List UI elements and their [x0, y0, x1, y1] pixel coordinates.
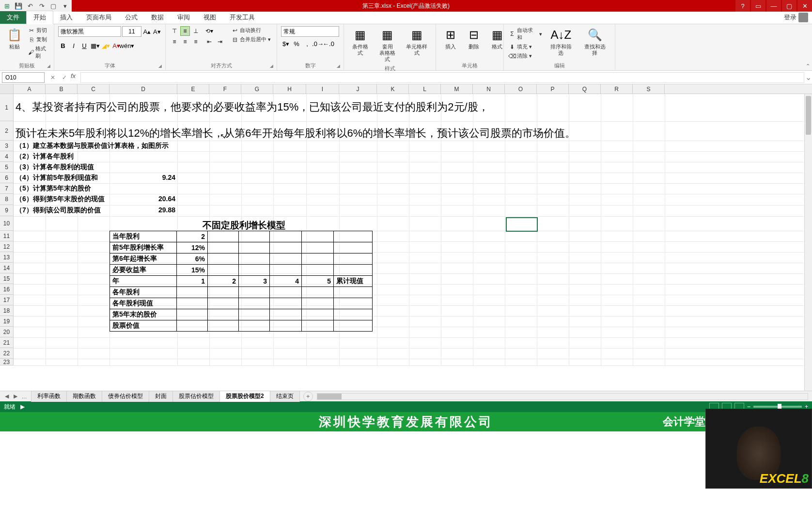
table-cell[interactable] — [270, 298, 302, 309]
align-left-icon[interactable]: ≡ — [170, 37, 179, 47]
italic-button[interactable]: I — [69, 41, 78, 50]
tab-review[interactable]: 审阅 — [171, 11, 197, 24]
login-link[interactable]: 登录 — [784, 13, 808, 22]
save-icon[interactable]: 💾 — [15, 2, 22, 10]
enter-fx-icon[interactable]: ✓ — [59, 72, 70, 83]
table-cell[interactable] — [270, 309, 302, 320]
table-cell[interactable]: 前5年股利增长率 — [110, 242, 177, 254]
dec-decimal-icon[interactable]: ←.0 — [324, 39, 333, 48]
table-cell[interactable]: 2 — [177, 231, 208, 242]
table-cell[interactable]: 必要收益率 — [110, 265, 177, 276]
table-cell[interactable]: 各年股利现值 — [110, 298, 177, 309]
align-right-icon[interactable]: ≡ — [191, 37, 201, 47]
table-cell[interactable] — [334, 320, 373, 332]
table-cell[interactable] — [302, 265, 334, 276]
col-header-a[interactable]: A — [14, 84, 46, 94]
format-painter-button[interactable]: 🖌格式刷 — [27, 45, 50, 60]
hscroll-thumb[interactable] — [317, 394, 342, 399]
table-cell[interactable] — [334, 309, 373, 320]
table-cell[interactable] — [208, 231, 239, 242]
row-header-5[interactable]: 5 — [0, 162, 13, 173]
table-cell[interactable] — [270, 320, 302, 332]
row-header-19[interactable]: 19 — [0, 316, 13, 327]
tab-home[interactable]: 开始 — [26, 11, 53, 24]
row-header-18[interactable]: 18 — [0, 305, 13, 316]
row-header-9[interactable]: 9 — [0, 205, 13, 216]
font-size-select[interactable] — [122, 26, 141, 37]
row-header-6[interactable]: 6 — [0, 173, 13, 183]
table-cell[interactable] — [334, 254, 373, 265]
table-cell[interactable] — [177, 309, 208, 320]
align-top-icon[interactable]: ⊤ — [170, 26, 179, 36]
minimize-icon[interactable]: — — [766, 0, 781, 12]
table-cell[interactable] — [239, 242, 270, 254]
cell-style-button[interactable]: ▦单元格样式 — [402, 26, 432, 57]
cells-area[interactable]: 4、某投资者持有丙公司的股票，他要求的必要收益率为15%，已知该公司最近支付的股… — [14, 94, 812, 365]
name-box[interactable]: O10 — [2, 72, 45, 83]
table-cell[interactable] — [270, 287, 302, 298]
copy-button[interactable]: ⎘复制 — [27, 35, 50, 44]
row-header-8[interactable]: 8 — [0, 194, 13, 205]
table-cell[interactable] — [208, 309, 239, 320]
expand-formula-icon[interactable]: ⌄ — [804, 73, 812, 82]
table-cell[interactable] — [239, 254, 270, 265]
fill-button[interactable]: ⬇填充▾ — [508, 43, 543, 51]
table-cell[interactable] — [334, 298, 373, 309]
sheet-nav-next-icon[interactable]: ▶ — [12, 393, 19, 400]
paste-button[interactable]: 📋 粘贴 — [4, 26, 25, 51]
percent-icon[interactable]: % — [292, 39, 301, 48]
cond-format-button[interactable]: ▦条件格式 — [348, 26, 373, 57]
col-header-s[interactable]: S — [633, 84, 665, 94]
number-format-select[interactable] — [281, 26, 339, 37]
tab-dev[interactable]: 开发工具 — [223, 11, 262, 24]
table-cell[interactable] — [334, 231, 373, 242]
col-header-j[interactable]: J — [339, 84, 377, 94]
find-select-button[interactable]: 🔍查找和选择 — [579, 26, 611, 57]
font-name-select[interactable] — [58, 26, 121, 37]
row-header-7[interactable]: 7 — [0, 183, 13, 194]
row-header-15[interactable]: 15 — [0, 273, 13, 284]
row-header-14[interactable]: 14 — [0, 263, 13, 273]
table-cell[interactable] — [302, 254, 334, 265]
col-header-o[interactable]: O — [505, 84, 537, 94]
comma-icon[interactable]: , — [302, 39, 312, 48]
row-header-2[interactable]: 2 — [0, 121, 13, 141]
table-cell[interactable] — [177, 298, 208, 309]
table-cell[interactable] — [208, 265, 239, 276]
table-cell[interactable] — [239, 309, 270, 320]
table-cell[interactable] — [208, 320, 239, 332]
vertical-scrollbar[interactable] — [804, 94, 812, 391]
col-header-h[interactable]: H — [273, 84, 306, 94]
table-cell[interactable] — [302, 242, 334, 254]
merge-center-button[interactable]: ⊟合并后居中▾ — [231, 35, 272, 44]
formula-input[interactable] — [80, 72, 804, 83]
table-cell[interactable]: 1 — [177, 276, 208, 287]
tab-data[interactable]: 数据 — [144, 11, 171, 24]
maximize-icon[interactable]: ▢ — [782, 0, 796, 12]
sheet-tab-6[interactable]: 结束页 — [270, 391, 300, 402]
table-cell[interactable] — [302, 231, 334, 242]
col-header-p[interactable]: P — [537, 84, 569, 94]
shrink-font-icon[interactable]: A▾ — [153, 27, 162, 36]
indent-dec-icon[interactable]: ⇤ — [204, 37, 214, 47]
align-launcher-icon[interactable]: ◢ — [270, 64, 276, 69]
fx-icon[interactable]: fx — [71, 72, 76, 83]
row-header-21[interactable]: 21 — [0, 337, 13, 348]
table-cell[interactable] — [208, 298, 239, 309]
table-cell[interactable]: 股票价值 — [110, 320, 177, 332]
close-icon[interactable]: ✕ — [797, 0, 812, 12]
tab-file[interactable]: 文件 — [0, 11, 26, 24]
table-cell[interactable]: 年 — [110, 276, 177, 287]
table-format-button[interactable]: ▦套用 表格格式 — [375, 26, 400, 64]
sheet-tab-4[interactable]: 股票估价模型 — [172, 391, 220, 402]
tab-view[interactable]: 视图 — [197, 11, 223, 24]
row-header-17[interactable]: 17 — [0, 295, 13, 305]
sheet-tab-3[interactable]: 封面 — [149, 391, 173, 402]
select-all-corner[interactable] — [0, 84, 14, 94]
wrap-text-button[interactable]: ↩自动换行 — [231, 26, 272, 34]
table-cell[interactable] — [208, 254, 239, 265]
sheet-tab-2[interactable]: 债券估价模型 — [102, 391, 149, 402]
collapse-ribbon-icon[interactable]: ⌃ — [806, 63, 810, 69]
row-header-10[interactable]: 10 — [0, 216, 13, 231]
bold-button[interactable]: B — [58, 41, 68, 50]
